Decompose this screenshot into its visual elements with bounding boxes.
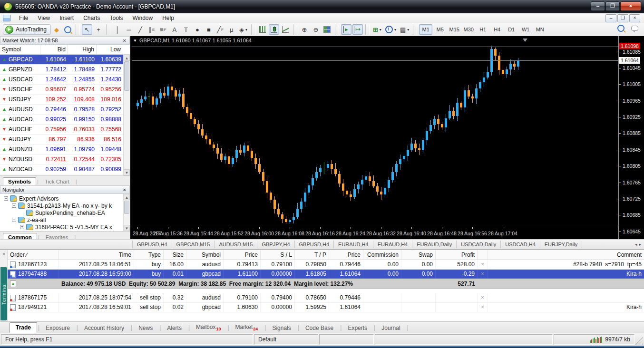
terminal-tab-account-history[interactable]: Account History: [78, 323, 130, 333]
timeframe-m5-button[interactable]: M5: [433, 24, 447, 35]
mdi-minimize-button[interactable]: –: [605, 14, 616, 22]
scroll-down-icon[interactable]: ▼: [124, 225, 130, 231]
terminal-col-price[interactable]: Price: [329, 250, 363, 260]
terminal-col-type[interactable]: Type: [134, 250, 164, 260]
chart-window[interactable]: ▼ GBPCAD,M1 1.61060 1.61067 1.61055 1.61…: [130, 36, 644, 239]
market-watch-row-audnzd[interactable]: ▲AUDNZD1.096911.097901.09448: [0, 145, 130, 155]
chart-tab-gbpusd-h4[interactable]: GBPUSD,H4: [132, 241, 172, 248]
market-watch-row-nzdusd[interactable]: ▼NZDUSD0.724110.725440.72305: [0, 155, 130, 164]
new-order-icon[interactable]: ◆: [51, 24, 62, 35]
terminal-col-close[interactable]: [478, 250, 488, 260]
ellipse-icon[interactable]: ●: [192, 24, 203, 35]
terminal-tab-news[interactable]: News: [133, 323, 158, 333]
market-watch-row-gbpcad[interactable]: ▲GBPCAD1.610641.611001.60639: [0, 55, 130, 65]
navigator-item[interactable]: SuplexPending_chehab-EA: [0, 209, 130, 216]
timeframe-m30-button[interactable]: M30: [462, 24, 475, 35]
text-icon[interactable]: A: [169, 24, 180, 35]
navigator-item[interactable]: +31684-PAGE 5 -V1.5-MY EA x: [0, 223, 130, 231]
terminal-tab-mailbox[interactable]: Mailbox10: [190, 322, 226, 333]
menu-item-insert[interactable]: Insert: [55, 14, 78, 22]
navigator-close-icon[interactable]: ×: [122, 187, 127, 193]
zoom-out-icon[interactable]: ⊖: [311, 24, 321, 35]
scroll-down-icon[interactable]: ▼: [124, 169, 130, 175]
auto-scroll-icon[interactable]: ▸: [341, 24, 351, 35]
order-row-187867123[interactable]: 1878671232017.08.25 18:06:51buy16.00audu…: [8, 260, 644, 270]
menu-item-charts[interactable]: Charts: [78, 14, 105, 22]
autotrading-button[interactable]: AutoTrading: [3, 24, 51, 35]
new-chart-icon[interactable]: ⊞▾: [371, 24, 383, 35]
navigator-item[interactable]: −Expert Advisors: [0, 195, 130, 202]
terminal-tab-code-base[interactable]: Code Base: [300, 323, 339, 333]
timeframe-h1-button[interactable]: H1: [476, 24, 489, 35]
market-watch-row-audchf[interactable]: ▼AUDCHF0.759560.760330.75568: [0, 125, 130, 135]
market-watch-scrollbar[interactable]: ▲▼: [123, 55, 130, 175]
order-close-icon[interactable]: ×: [478, 293, 488, 302]
menu-item-view[interactable]: View: [33, 14, 55, 22]
market-watch-tab-symbols[interactable]: Symbols: [3, 177, 36, 186]
market-watch-tab-tick-chart[interactable]: Tick Chart: [39, 177, 75, 186]
trendline-icon[interactable]: ╱: [135, 24, 146, 35]
resize-grip-icon[interactable]: [635, 337, 643, 345]
terminal-col-s-l[interactable]: S / L: [261, 250, 295, 260]
timeframe-m15-button[interactable]: M15: [448, 24, 461, 35]
timeframe-mn-button[interactable]: MN: [533, 24, 546, 35]
terminal-col-size[interactable]: Size: [164, 250, 186, 260]
status-profile[interactable]: Default: [254, 334, 318, 345]
mdi-restore-button[interactable]: ❐: [617, 14, 628, 22]
chart-shift-icon[interactable]: ↦: [352, 24, 363, 35]
chart-tab-euraud-h4[interactable]: EURAUD,H4: [373, 241, 413, 248]
templates-icon[interactable]: ▤▾: [399, 24, 410, 35]
chat-icon[interactable]: [631, 26, 638, 31]
terminal-tab-alerts[interactable]: Alerts: [161, 323, 187, 333]
terminal-col-symbol[interactable]: Symbol: [186, 250, 224, 260]
chart-dropdown-icon[interactable]: ▼: [133, 39, 137, 43]
terminal-tab-trade[interactable]: Trade: [10, 322, 37, 333]
cursor-icon[interactable]: ↖: [82, 24, 92, 35]
chart-tab-audusd-m15[interactable]: AUDUSD,M15: [215, 241, 258, 248]
menu-item-tools[interactable]: Tools: [105, 14, 128, 22]
terminal-tab-experts[interactable]: Experts: [342, 323, 373, 333]
market-watch-row-nzdchf[interactable]: ▼NZDCHF0.692300.693530.68956: [0, 174, 130, 175]
collapse-icon[interactable]: −: [12, 218, 16, 222]
terminal-col-swap[interactable]: Swap: [401, 250, 436, 260]
order-row-187949121[interactable]: 1879491212017.08.28 16:59:01sell stop0.0…: [8, 303, 644, 312]
scroll-thumb[interactable]: [124, 201, 129, 214]
chart-tab-euraud-daily[interactable]: EURAUD,Daily: [412, 241, 457, 248]
terminal-col-comment[interactable]: Comment: [488, 250, 644, 260]
chart-tab-gbpcad-m15[interactable]: GBPCAD,M15: [172, 241, 215, 248]
market-watch-row-audusd[interactable]: ▲AUDUSD0.794460.795280.79252: [0, 105, 130, 115]
chart-tab-gbpusd-h4[interactable]: GBPUSD,H4: [295, 241, 334, 248]
restore-button[interactable]: ❐: [605, 1, 620, 11]
collapse-icon[interactable]: −: [4, 196, 8, 201]
terminal-col-t-p[interactable]: T / P: [295, 250, 329, 260]
terminal-tab-market[interactable]: Market24: [230, 322, 264, 333]
market-watch-row-audcad[interactable]: ▲AUDCAD0.990250.991500.98888: [0, 115, 130, 125]
minimize-button[interactable]: –: [591, 1, 605, 11]
search-icon[interactable]: [617, 25, 624, 32]
market-watch-col-bid[interactable]: Bid: [40, 45, 68, 54]
vertical-line-icon[interactable]: │: [112, 24, 123, 35]
chart-tab-euraud-h4[interactable]: EURAUD,H4: [334, 241, 373, 248]
symbol-search-icon[interactable]: [63, 24, 73, 35]
fibo-channel-icon[interactable]: ╱F: [215, 24, 225, 35]
market-watch-col-low[interactable]: Low: [97, 45, 123, 54]
equidistant-channel-icon[interactable]: ∥E: [146, 24, 157, 35]
time-axis[interactable]: 28 Aug 201728 Aug 15:3628 Aug 15:4428 Au…: [132, 227, 618, 240]
market-watch-row-usdcad[interactable]: ▲USDCAD1.246421.248551.24430: [0, 75, 130, 85]
chart-tab-usdcad-h4[interactable]: USDCAD,H4: [501, 241, 540, 248]
chart-tab-gbpjpy-h4[interactable]: GBPJPY,H4: [257, 241, 294, 248]
terminal-col-commission[interactable]: Commission: [363, 250, 401, 260]
terminal-col-order[interactable]: Order ∕: [8, 250, 59, 260]
timeframe-w1-button[interactable]: W1: [519, 24, 532, 35]
order-close-icon[interactable]: ×: [478, 270, 488, 279]
close-button[interactable]: ×: [620, 1, 641, 11]
scroll-up-icon[interactable]: ▲: [124, 194, 130, 200]
terminal-tab-signals[interactable]: Signals: [266, 323, 296, 333]
horizontal-line-icon[interactable]: ─: [124, 24, 134, 35]
chart-tab-usdcad-daily[interactable]: USDCAD,Daily: [457, 241, 501, 248]
scroll-up-icon[interactable]: ▲: [124, 55, 130, 61]
timeframe-d1-button[interactable]: D1: [505, 24, 518, 35]
indicator-arrow-icon[interactable]: μ: [226, 24, 237, 35]
timeframe-m1-button[interactable]: M1: [419, 24, 432, 35]
market-watch-col-symbol[interactable]: Symbol: [0, 45, 40, 54]
